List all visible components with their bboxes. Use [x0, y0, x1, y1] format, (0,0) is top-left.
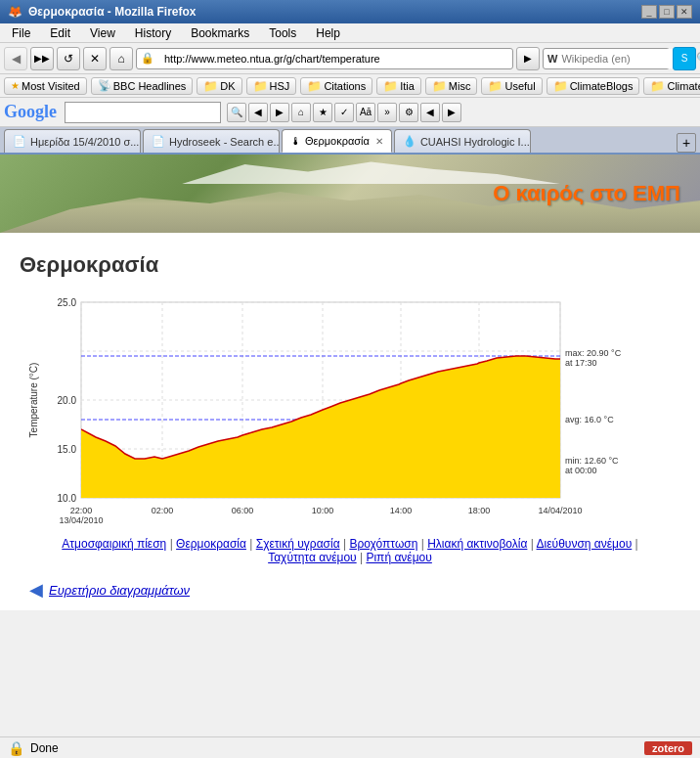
tab-favicon: 🌡 — [290, 135, 301, 147]
separator: | — [635, 537, 638, 551]
tab-hydroseek[interactable]: 📄 Hydroseek - Search e... ✕ — [143, 129, 280, 153]
bookmarks-bar: ★ Most Visited 📡 BBC Headlines 📁 DK 📁 HS… — [0, 74, 700, 98]
svg-text:avg: 16.0 °C: avg: 16.0 °C — [565, 415, 614, 424]
menu-file[interactable]: File — [8, 26, 34, 40]
bookmark-misc[interactable]: 📁 Misc — [425, 77, 478, 95]
svg-text:at 17:30: at 17:30 — [565, 358, 597, 368]
google-toolbar: Google 🔍 ◀ ▶ ⌂ ★ ✓ Aā » ⚙ ◀ ▶ — [0, 98, 700, 127]
folder-icon: 📁 — [203, 79, 218, 93]
bookmark-climateblogs[interactable]: 📁 ClimateBlogs — [547, 77, 640, 95]
bookmark-itia[interactable]: 📁 Itia — [376, 77, 421, 95]
window-titlebar: 🦊 Θερμοκρασία - Mozilla Firefox _ □ ✕ — [0, 0, 700, 23]
tab-close-icon[interactable]: ✕ — [375, 136, 383, 147]
google-bookmark-button[interactable]: ★ — [313, 103, 332, 122]
tab-favicon: 📄 — [13, 135, 26, 148]
menu-help[interactable]: Help — [312, 26, 344, 40]
svg-text:14:00: 14:00 — [390, 506, 413, 515]
svg-text:20.0: 20.0 — [58, 395, 77, 406]
bookmark-citations[interactable]: 📁 Citations — [300, 77, 372, 95]
lock-icon: 🔒 — [141, 52, 154, 65]
home-button[interactable]: ⌂ — [109, 47, 133, 70]
bookmark-hsj[interactable]: 📁 HSJ — [246, 77, 297, 95]
address-bar[interactable] — [158, 49, 508, 68]
google-check-button[interactable]: ✓ — [334, 103, 354, 122]
link-solar[interactable]: Ηλιακή ακτινοβολία — [427, 537, 527, 551]
page-title: Θερμοκρασία — [20, 252, 680, 278]
bookmark-bbc[interactable]: 📡 BBC Headlines — [91, 77, 194, 95]
search-engine-icon: W — [547, 53, 557, 65]
bookmark-most-visited[interactable]: ★ Most Visited — [4, 77, 87, 95]
google-home-button[interactable]: ⌂ — [291, 103, 311, 122]
bookmark-label: ClimateBlogs — [570, 80, 634, 92]
ssl-icon: 🔒 — [8, 740, 24, 756]
google-forward-button[interactable]: ▶ — [270, 103, 289, 122]
svg-text:max: 20.90 °C: max: 20.90 °C — [565, 348, 622, 358]
link-wind-direction[interactable]: Διεύθυνση ανέμου — [537, 537, 633, 551]
google-translate-button[interactable]: Aā — [356, 103, 375, 122]
status-right: zotero — [644, 741, 692, 755]
folder-icon: 📁 — [432, 79, 447, 93]
tab-favicon: 📄 — [152, 135, 165, 148]
maximize-button[interactable]: □ — [659, 5, 675, 19]
google-toolbar-icons: 🔍 ◀ ▶ ⌂ ★ ✓ Aā » ⚙ ◀ ▶ — [227, 103, 461, 122]
firefox-icon: 🦊 — [8, 5, 22, 19]
status-bar: 🔒 Done zotero — [0, 736, 700, 758]
reload-button[interactable]: ↺ — [57, 47, 80, 70]
back-button[interactable]: ◀ — [4, 47, 27, 70]
svg-text:10:00: 10:00 — [312, 506, 334, 515]
svg-text:14/04/2010: 14/04/2010 — [538, 506, 582, 515]
svg-text:Temperature (°C): Temperature (°C) — [28, 363, 39, 438]
forward-button[interactable]: ▶▶ — [30, 47, 54, 70]
link-wind-gust[interactable]: Ριπή ανέμου — [366, 551, 431, 564]
link-wind-speed[interactable]: Ταχύτητα ανέμου — [268, 551, 357, 564]
close-button[interactable]: ✕ — [677, 5, 692, 19]
window-controls[interactable]: _ □ ✕ — [641, 5, 692, 19]
menu-edit[interactable]: Edit — [46, 26, 74, 40]
web-content: Ο καιρός στο ΕΜΠ Θερμοκρασία — [0, 155, 700, 610]
tab-imeridia[interactable]: 📄 Ημερίδα 15/4/2010 σ... — [4, 129, 141, 153]
chart-svg: 10.0 15.0 20.0 25.0 Temperature (°C) 22:… — [27, 292, 673, 527]
google-more-button[interactable]: » — [377, 103, 397, 122]
back-link[interactable]: Ευρετήριο διαγραμμάτων — [49, 583, 190, 598]
go-button[interactable]: ▶ — [516, 47, 540, 70]
bookmark-useful[interactable]: 📁 Useful — [481, 77, 542, 95]
menu-tools[interactable]: Tools — [265, 26, 300, 40]
bookmark-label: Itia — [400, 80, 415, 92]
svg-text:22:00: 22:00 — [70, 506, 93, 515]
nav-toolbar: ◀ ▶▶ ↺ ✕ ⌂ 🔒 ▶ W 🔍 S — [0, 43, 700, 74]
site-title: Ο καιρός στο ΕΜΠ — [493, 181, 680, 206]
tab-thermokrasia[interactable]: 🌡 Θερμοκρασία ✕ — [282, 129, 392, 153]
zotero-button[interactable]: zotero — [644, 741, 692, 755]
tab-label: Θερμοκρασία — [305, 135, 370, 147]
google-nav-back-button[interactable]: ◀ — [420, 103, 440, 122]
bookmark-climatedata[interactable]: 📁 ClimateData — [643, 77, 700, 95]
google-settings-button[interactable]: ⚙ — [399, 103, 418, 122]
svg-text:min: 12.60 °C: min: 12.60 °C — [565, 456, 619, 466]
google-search-input[interactable] — [65, 102, 221, 123]
link-temperature[interactable]: Θερμοκρασία — [176, 537, 246, 551]
main-content: Θερμοκρασία — [0, 233, 700, 610]
bookmark-dk[interactable]: 📁 DK — [197, 77, 241, 95]
rss-icon: 📡 — [98, 79, 111, 92]
menu-history[interactable]: History — [131, 26, 175, 40]
link-atmospheric-pressure[interactable]: Ατμοσφαιρική πίεση — [62, 537, 166, 551]
search-icon: 🔍 — [696, 52, 700, 65]
menubar: File Edit View History Bookmarks Tools H… — [0, 23, 700, 43]
google-search-button[interactable]: 🔍 — [227, 103, 246, 122]
skype-button[interactable]: S — [673, 47, 696, 70]
stop-button[interactable]: ✕ — [83, 47, 107, 70]
link-rainfall[interactable]: Βροχόπτωση — [349, 537, 417, 551]
link-humidity[interactable]: Σχετική υγρασία — [256, 537, 340, 551]
google-back-button[interactable]: ◀ — [248, 103, 268, 122]
google-nav-forward-button[interactable]: ▶ — [442, 103, 461, 122]
tab-label: Ημερίδα 15/4/2010 σ... — [30, 136, 139, 148]
tab-cuahsi[interactable]: 💧 CUAHSI Hydrologic I... — [394, 129, 531, 153]
minimize-button[interactable]: _ — [641, 5, 657, 19]
menu-bookmarks[interactable]: Bookmarks — [187, 26, 253, 40]
bookmark-label: HSJ — [270, 80, 290, 92]
menu-view[interactable]: View — [86, 26, 119, 40]
svg-text:10.0: 10.0 — [58, 493, 77, 504]
folder-icon: 📁 — [383, 79, 398, 93]
new-tab-button[interactable]: + — [677, 133, 696, 153]
google-logo: Google — [4, 102, 57, 122]
